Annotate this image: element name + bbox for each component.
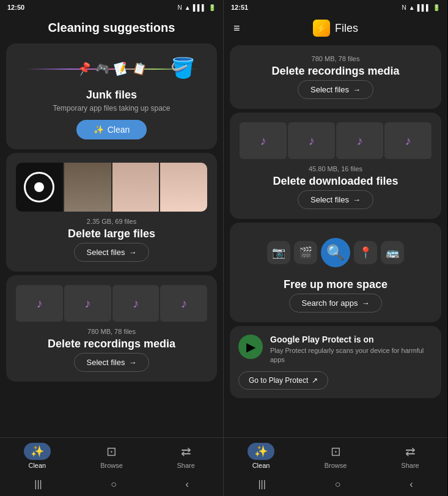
arrow-icon-r3: →	[361, 298, 369, 308]
files-title-wrap: ⚡ Files	[313, 20, 358, 37]
clean-button[interactable]: ✨ Clean	[76, 120, 147, 139]
deco-icon-3: 📝	[112, 61, 129, 77]
music-thumb-r1: ♪	[240, 122, 287, 159]
sys-nav-recent-r[interactable]: |||	[258, 479, 265, 490]
play-protect-card: ▶ Google Play Protect is on Play Protect…	[230, 326, 441, 398]
large-files-size: 2.35 GB, 69 files	[87, 218, 136, 225]
junk-files-card: 📌 🎮 📝 📋 🪣 Junk files Temporary app files…	[6, 43, 217, 149]
sys-nav-back-r[interactable]: ‹	[409, 479, 413, 490]
large-files-title: Delete large files	[68, 228, 155, 240]
sys-nav-left: ||| ○ ‹	[0, 475, 223, 496]
notification-icon-r: N	[402, 4, 406, 11]
status-bar-left: 12:50 N ▲ ▌▌▌ 🔋	[0, 0, 223, 15]
music-thumb-r3: ♪	[336, 122, 383, 159]
notification-icon: N	[178, 4, 182, 11]
arrow-icon-r1: →	[353, 85, 361, 94]
deco-icon-4: 📋	[131, 61, 147, 77]
music-thumb-2: ♪	[64, 285, 111, 322]
go-to-play-protect-button[interactable]: Go to Play Protect ↗	[238, 371, 328, 390]
free-space-title: Free up more space	[284, 278, 387, 291]
touch-circle	[24, 172, 54, 202]
sys-nav-back[interactable]: ‹	[185, 479, 188, 490]
recordings-select-label-right: Select files	[310, 85, 349, 94]
play-protect-top: ▶ Google Play Protect is on Play Protect…	[238, 335, 433, 365]
browse-nav-label-left: Browse	[100, 462, 123, 469]
junk-subtitle: Temporary app files taking up space	[53, 104, 170, 113]
files-logo: ⚡	[313, 20, 330, 37]
files-app-title: Files	[335, 22, 358, 35]
app-icon-4: 🚌	[381, 241, 404, 264]
app-icon-2: 🎬	[294, 241, 317, 264]
search-apps-button[interactable]: Search for apps →	[289, 294, 383, 313]
bottom-nav-right: ✨ Clean ⊡ Browse ⇄ Share	[224, 437, 447, 475]
content-left: 📌 🎮 📝 📋 🪣 Junk files Temporary app files…	[0, 40, 223, 437]
free-space-visual: 📷 🎬 🔍 📍 🚌	[240, 232, 431, 272]
recordings-card-left: ♪ ♪ ♪ ♪ 780 MB, 78 files Delete recordin…	[6, 275, 217, 382]
recordings-card-right: 780 MB, 78 files Delete recordings media…	[230, 45, 441, 109]
browse-nav-icon-right: ⊡	[322, 443, 349, 460]
app-icon-3: 📍	[354, 241, 377, 264]
battery-icon-r: 🔋	[433, 4, 440, 11]
play-protect-desc: Play Protect regularly scans your device…	[270, 346, 433, 365]
junk-decoration: 📌 🎮 📝 📋 🪣	[16, 53, 207, 84]
recordings-size-left: 780 MB, 78 files	[87, 328, 136, 335]
recordings-select-label-left: Select files	[87, 358, 125, 367]
signal-icon-r: ▌▌▌	[417, 4, 430, 11]
large-files-select-button[interactable]: Select files →	[74, 243, 150, 262]
preview-dog3	[160, 163, 207, 212]
share-nav-icon-left: ⇄	[172, 443, 199, 460]
wifi-icon: ▲	[185, 4, 191, 11]
share-nav-label-right: Share	[401, 462, 419, 469]
large-select-label: Select files	[87, 248, 125, 257]
large-files-preview	[16, 163, 207, 212]
time-right: 12:51	[231, 4, 248, 11]
status-icons-left: N ▲ ▌▌▌ 🔋	[178, 4, 216, 11]
downloaded-title: Delete downloaded files	[273, 175, 398, 188]
junk-title: Junk files	[86, 89, 137, 102]
clean-nav-icon-right: ✨	[248, 443, 274, 460]
files-header: ≡ ⚡ Files	[224, 15, 447, 42]
clean-nav-label-left: Clean	[28, 462, 46, 469]
browse-nav-label-right: Browse	[325, 462, 347, 469]
share-nav-label-left: Share	[177, 462, 195, 469]
sys-nav-home-r[interactable]: ○	[335, 479, 341, 490]
search-circle: 🔍	[321, 238, 350, 267]
nav-browse-left[interactable]: ⊡ Browse	[75, 443, 149, 469]
recordings-select-button-left[interactable]: Select files →	[74, 353, 150, 372]
nav-share-left[interactable]: ⇄ Share	[149, 443, 223, 469]
hamburger-menu[interactable]: ≡	[233, 22, 240, 35]
signal-icon: ▌▌▌	[193, 4, 206, 11]
sys-nav-home[interactable]: ○	[111, 479, 117, 490]
recordings-title-right: Delete recordings media	[271, 65, 399, 78]
files-logo-icon: ⚡	[316, 23, 326, 33]
music-thumb-r4: ♪	[384, 122, 431, 159]
time-left: 12:50	[7, 4, 24, 11]
music-thumb-r2: ♪	[288, 122, 335, 159]
sys-nav-recent[interactable]: |||	[34, 479, 42, 490]
nav-share-right[interactable]: ⇄ Share	[373, 443, 447, 469]
arrow-icon-recordings: →	[128, 358, 136, 367]
music-thumb-1: ♪	[16, 285, 63, 322]
status-icons-right: N ▲ ▌▌▌ 🔋	[402, 4, 440, 11]
play-protect-icon: ▶	[238, 335, 263, 359]
clean-nav-icon-left: ✨	[24, 443, 51, 460]
nav-clean-left[interactable]: ✨ Clean	[0, 443, 75, 469]
clean-icon: ✨	[94, 125, 104, 135]
downloaded-size: 45.80 MB, 16 files	[309, 165, 362, 172]
music-thumb-3: ♪	[112, 285, 160, 322]
battery-icon: 🔋	[208, 4, 216, 11]
clean-nav-label-right: Clean	[252, 462, 270, 469]
search-apps-label: Search for apps	[302, 298, 358, 308]
nav-browse-right[interactable]: ⊡ Browse	[298, 443, 373, 469]
bottom-nav-left: ✨ Clean ⊡ Browse ⇄ Share	[0, 437, 223, 475]
preview-dog1	[64, 163, 111, 212]
content-right: 780 MB, 78 files Delete recordings media…	[224, 42, 447, 437]
nav-clean-right[interactable]: ✨ Clean	[224, 443, 298, 469]
recordings-size-right: 780 MB, 78 files	[312, 55, 360, 62]
downloaded-files-card: ♪ ♪ ♪ ♪ 45.80 MB, 16 files Delete downlo…	[230, 113, 441, 219]
share-nav-icon-right: ⇄	[397, 443, 424, 460]
large-files-card: 2.35 GB, 69 files Delete large files Sel…	[6, 153, 217, 272]
downloaded-select-button[interactable]: Select files →	[298, 190, 373, 209]
recordings-select-button-right[interactable]: Select files →	[298, 80, 373, 99]
app-icon-1: 📷	[267, 241, 290, 264]
